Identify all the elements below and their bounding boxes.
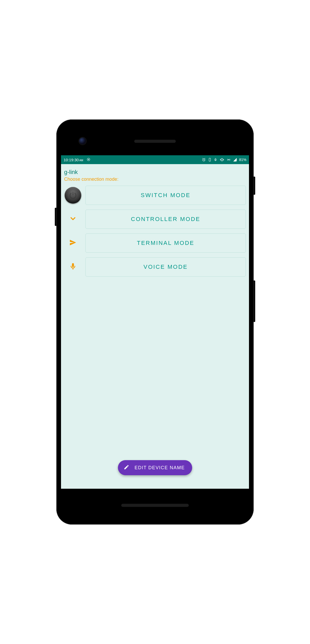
controller-mode-button[interactable]: CONTROLLER MODE	[85, 210, 246, 229]
app-title: g-link	[64, 169, 246, 176]
terminal-mode-button[interactable]: TERMINAL MODE	[85, 233, 246, 253]
side-button	[254, 280, 255, 322]
status-right: x 81%	[202, 158, 246, 162]
fab-label: EDIT DEVICE NAME	[134, 465, 185, 471]
status-bar: 10:19:30AM	[61, 155, 249, 164]
vibrate-icon	[219, 158, 225, 162]
speaker-grille	[121, 504, 189, 507]
pencil-icon	[124, 464, 129, 471]
screen: 10:19:30AM	[61, 155, 249, 489]
record-icon	[87, 158, 90, 161]
icon-slot	[64, 187, 82, 204]
icon-slot	[64, 215, 82, 224]
mode-row-terminal: TERMINAL MODE	[64, 233, 246, 253]
icon-slot	[64, 262, 82, 272]
top-bezel	[61, 124, 249, 155]
send-icon	[69, 238, 77, 248]
status-time-value: 10:19:30	[64, 158, 79, 162]
battery-percentage: 81%	[239, 158, 246, 162]
mode-row-voice: VOICE MODE	[64, 257, 246, 277]
svg-rect-5	[221, 158, 223, 161]
svg-rect-8	[72, 263, 74, 267]
mode-row-controller: CONTROLLER MODE	[64, 210, 246, 229]
mode-row-switch: SWITCH MODE	[64, 186, 246, 205]
svg-text:x: x	[236, 160, 237, 162]
signal-icon: x	[233, 158, 237, 162]
status-time: 10:19:30AM	[64, 158, 83, 162]
mic-icon	[69, 262, 77, 272]
subtitle: Choose connection mode:	[64, 177, 246, 182]
svg-point-6	[228, 159, 229, 160]
phone-icon	[208, 158, 212, 162]
speaker-grille	[134, 140, 176, 143]
edit-device-name-button[interactable]: EDIT DEVICE NAME	[118, 460, 192, 475]
alarm-icon	[202, 158, 206, 162]
svg-point-1	[88, 159, 89, 160]
voice-mode-button[interactable]: VOICE MODE	[85, 257, 246, 277]
status-time-ampm: AM	[79, 159, 83, 162]
front-camera	[79, 138, 86, 144]
switch-mode-button[interactable]: SWITCH MODE	[85, 186, 246, 205]
status-left: 10:19:30AM	[64, 158, 90, 162]
side-button	[254, 177, 255, 195]
phone-frame: 10:19:30AM	[56, 119, 254, 525]
side-button	[55, 208, 56, 226]
power-button[interactable]	[65, 187, 81, 204]
mic-status-icon	[214, 158, 217, 162]
svg-rect-4	[215, 158, 216, 160]
power-icon	[69, 191, 77, 200]
content: g-link Choose connection mode: SWITCH MO…	[61, 164, 249, 489]
bottom-bezel	[61, 489, 249, 520]
phone-bezel: 10:19:30AM	[61, 124, 249, 520]
icon-slot	[64, 238, 82, 248]
svg-rect-3	[209, 158, 211, 161]
chevron-down-icon	[69, 215, 77, 224]
hotspot-icon	[227, 158, 231, 162]
